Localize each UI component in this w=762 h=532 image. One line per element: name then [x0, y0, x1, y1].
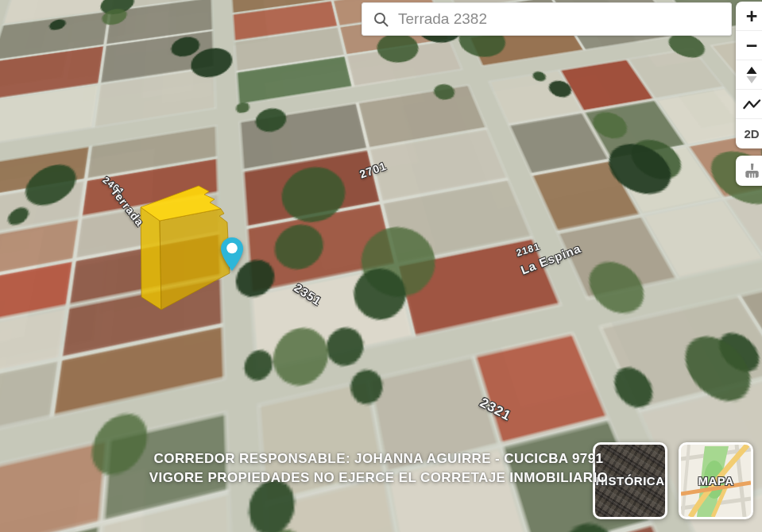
- search-icon: [373, 12, 389, 27]
- map-controls-panel: + − 2D: [736, 2, 762, 148]
- plus-icon: +: [746, 6, 758, 26]
- zigzag-line-icon: [743, 98, 761, 110]
- layer-mapa-label: MAPA: [681, 445, 751, 517]
- search-bar: [362, 2, 732, 36]
- 2d-label: 2D: [744, 127, 759, 141]
- layer-option-mapa[interactable]: MAPA: [679, 442, 753, 519]
- layer-historica-label: HISTÓRICA: [595, 445, 665, 517]
- search-input[interactable]: [389, 10, 731, 28]
- toggle-2d-button[interactable]: 2D: [736, 119, 762, 148]
- compass-button[interactable]: [736, 60, 762, 90]
- location-pin[interactable]: [220, 237, 244, 273]
- compass-icon: [746, 67, 757, 83]
- zoom-out-button[interactable]: −: [736, 31, 762, 60]
- map-viewport: 2401 Terrada 2701 2351 2181 La Espina 23…: [0, 0, 762, 532]
- terrain-profile-button[interactable]: [736, 90, 762, 119]
- layer-option-historica[interactable]: HISTÓRICA: [593, 442, 667, 519]
- minus-icon: −: [746, 36, 758, 56]
- clear-map-button[interactable]: [736, 156, 762, 186]
- broom-icon: [744, 163, 760, 179]
- zoom-in-button[interactable]: +: [736, 2, 762, 31]
